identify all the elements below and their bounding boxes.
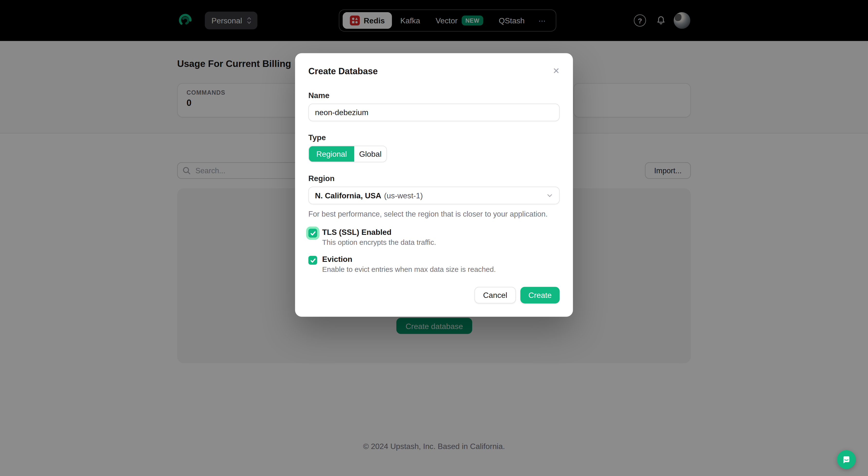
- region-select[interactable]: N. California, USA (us-west-1): [308, 187, 560, 204]
- tls-option-row: TLS (SSL) Enabled This option encrypts t…: [308, 228, 560, 246]
- region-value: N. California, USA: [315, 191, 381, 200]
- region-label: Region: [308, 174, 560, 183]
- type-option-global[interactable]: Global: [354, 146, 386, 162]
- app-window: Personal Redis Kafka Vect: [0, 0, 868, 476]
- name-input[interactable]: [308, 104, 560, 121]
- tls-label: TLS (SSL) Enabled: [322, 228, 436, 236]
- type-segmented-control: Regional Global: [308, 146, 387, 162]
- check-icon: [310, 230, 316, 236]
- modal-title: Create Database: [308, 66, 378, 77]
- tls-description: This option encrypts the data traffic.: [322, 238, 436, 246]
- eviction-option-row: Eviction Enable to evict entries when ma…: [308, 255, 560, 273]
- eviction-description: Enable to evict entries when max data si…: [322, 265, 496, 273]
- chat-bubble-icon: [841, 454, 851, 465]
- region-helper-text: For best performance, select the region …: [308, 210, 560, 218]
- type-label: Type: [308, 133, 560, 142]
- cancel-button[interactable]: Cancel: [474, 287, 516, 303]
- region-code: (us-west-1): [384, 191, 423, 200]
- type-option-regional[interactable]: Regional: [309, 146, 354, 162]
- check-icon: [310, 257, 316, 263]
- chevron-down-icon: [547, 192, 553, 199]
- close-icon[interactable]: ✕: [553, 66, 560, 75]
- create-database-modal: Create Database ✕ Name Type Regional Glo…: [295, 53, 573, 317]
- name-label: Name: [308, 91, 560, 99]
- tls-checkbox[interactable]: [308, 229, 317, 238]
- create-button[interactable]: Create: [520, 287, 560, 303]
- eviction-label: Eviction: [322, 255, 496, 264]
- chat-launcher-button[interactable]: [837, 450, 856, 469]
- eviction-checkbox[interactable]: [308, 256, 317, 265]
